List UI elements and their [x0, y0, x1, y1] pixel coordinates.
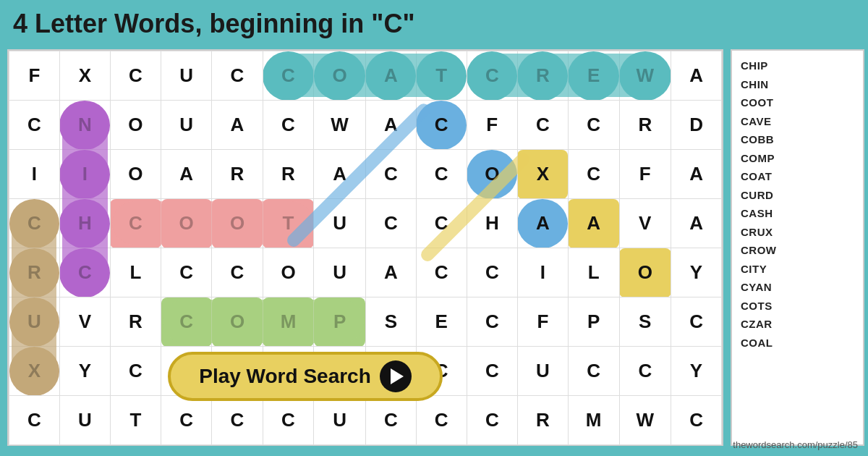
grid-cell: T — [110, 396, 161, 445]
grid-cell: U — [314, 199, 366, 248]
grid-cell: C — [467, 396, 517, 445]
grid-cell: C — [568, 150, 619, 199]
grid-cell: R — [517, 396, 568, 445]
grid-cell: L — [568, 248, 619, 297]
play-button-label: Play Word Search — [199, 365, 371, 388]
grid-cell: O — [467, 150, 517, 199]
word-list-item: COAT — [741, 167, 854, 186]
grid-cell: N — [59, 101, 110, 150]
grid-cell: C — [416, 101, 467, 150]
grid-cell: C — [517, 101, 568, 150]
grid-cell: C — [212, 51, 263, 101]
grid-cell: C — [110, 347, 161, 396]
grid-cell: O — [212, 297, 263, 347]
grid-cell: E — [416, 297, 467, 347]
word-list-item: CYAN — [741, 278, 854, 297]
site-url: thewordsearch.com/puzzle/85 — [733, 439, 858, 450]
grid-cell: O — [314, 51, 366, 101]
grid-cell: R — [212, 150, 263, 199]
grid-cell: U — [59, 396, 110, 445]
grid-cell: Y — [59, 347, 110, 396]
page-title: 4 Letter Words, beginning in "C" — [13, 9, 415, 39]
grid-cell: I — [517, 248, 568, 297]
grid-cell: U — [9, 297, 60, 347]
grid-cell: C — [212, 396, 263, 445]
grid-cell: C — [671, 396, 722, 445]
grid-cell: C — [467, 347, 517, 396]
grid-cell: E — [568, 51, 619, 101]
grid-cell: O — [110, 101, 161, 150]
grid-cell: A — [212, 101, 263, 150]
grid-cell: O — [212, 199, 263, 248]
grid-cell: C — [365, 396, 416, 445]
grid-cell: C — [263, 51, 314, 101]
word-list-item: CRUX — [741, 223, 854, 242]
grid-cell: C — [263, 101, 314, 150]
grid-cell: X — [9, 347, 60, 396]
word-list-item: COBB — [741, 130, 854, 149]
grid-cell: Y — [671, 248, 722, 297]
grid-cell: M — [263, 297, 314, 347]
grid-cell: C — [416, 150, 467, 199]
grid-cell: C — [416, 199, 467, 248]
grid-cell: F — [467, 101, 517, 150]
grid-cell: H — [59, 199, 110, 248]
grid-cell: U — [314, 248, 366, 297]
word-list-item: COTS — [741, 297, 854, 316]
grid-cell: U — [314, 396, 366, 445]
word-list-item: CASH — [741, 204, 854, 223]
grid-cell: S — [619, 297, 671, 347]
grid-cell: A — [365, 248, 416, 297]
grid-cell: T — [263, 199, 314, 248]
grid-cell: C — [467, 297, 517, 347]
grid-cell: C — [568, 101, 619, 150]
grid-cell: F — [517, 297, 568, 347]
word-list-item: COAL — [741, 334, 854, 352]
grid-cell: R — [9, 248, 60, 297]
grid-cell: A — [365, 101, 416, 150]
grid-cell: R — [110, 297, 161, 347]
grid-cell: I — [9, 150, 60, 199]
grid-cell: A — [671, 199, 722, 248]
grid-cell: R — [517, 51, 568, 101]
grid-cell: A — [568, 199, 619, 248]
grid-cell: A — [671, 51, 722, 101]
grid-cell: F — [619, 150, 671, 199]
grid-cell: U — [517, 347, 568, 396]
grid-cell: A — [671, 150, 722, 199]
play-word-search-button[interactable]: Play Word Search — [168, 352, 443, 401]
grid-cell: V — [59, 297, 110, 347]
grid-cell: C — [467, 248, 517, 297]
grid-cell: C — [365, 199, 416, 248]
grid-cell: W — [314, 101, 366, 150]
grid-cell: C — [619, 347, 671, 396]
grid-cell: O — [619, 248, 671, 297]
grid-cell: X — [517, 150, 568, 199]
grid-cell: A — [314, 150, 366, 199]
grid-cell: A — [161, 150, 212, 199]
word-list-item: CURD — [741, 186, 854, 205]
grid-cell: H — [467, 199, 517, 248]
grid-cell: C — [9, 199, 60, 248]
word-list-item: CAVE — [741, 112, 854, 131]
grid-cell: C — [467, 51, 517, 101]
grid-cell: C — [568, 347, 619, 396]
word-list-item: CZAR — [741, 315, 854, 334]
grid-cell: R — [619, 101, 671, 150]
grid-cell: M — [568, 396, 619, 445]
grid-cell: S — [365, 297, 416, 347]
grid-cell: C — [365, 150, 416, 199]
grid-cell: I — [59, 150, 110, 199]
grid-cell: U — [161, 51, 212, 101]
puzzle-container: FXCUCCOATCREWACNOUACWACFCCRDIIOARRACCOXC… — [7, 49, 723, 446]
grid-cell: L — [110, 248, 161, 297]
grid-cell: Y — [671, 347, 722, 396]
word-list-item: CITY — [741, 260, 854, 279]
grid-cell: P — [314, 297, 366, 347]
grid-cell: C — [416, 396, 467, 445]
grid-cell: A — [365, 51, 416, 101]
grid-cell: F — [9, 51, 60, 101]
grid-cell: C — [110, 199, 161, 248]
grid-cell: C — [9, 396, 60, 445]
word-list: CHIPCHINCOOTCAVECOBBCOMPCOATCURDCASHCRUX… — [731, 49, 864, 446]
